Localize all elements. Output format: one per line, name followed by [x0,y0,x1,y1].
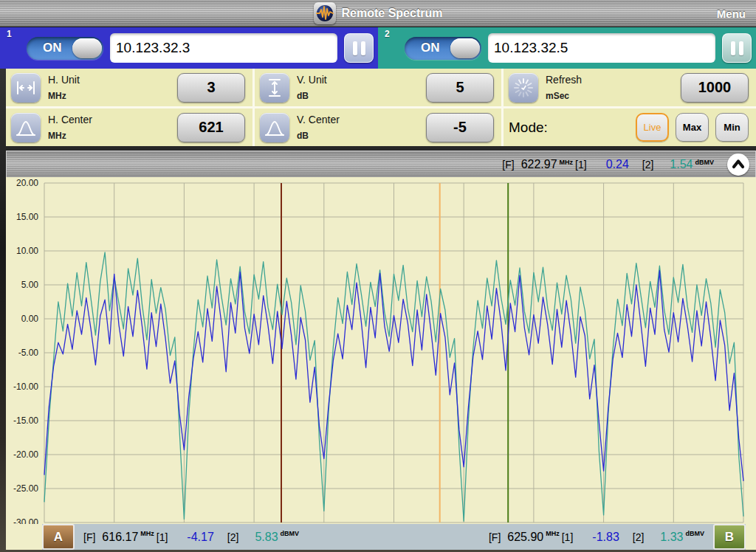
device-panel-2: 2 ON [378,27,756,69]
marker-a-button[interactable]: A [42,524,75,550]
cursor-readout: [F] 622.97 MHz [1] 0.24 [2] 1.54 dBMV [495,158,714,171]
chevron-up-icon [729,156,747,173]
svg-text:-10.00: -10.00 [13,382,38,392]
svg-text:5.00: 5.00 [21,280,39,290]
collapse-chart-button[interactable] [727,153,749,176]
bell-curve-icon [11,113,41,142]
refresh-labels: Refresh mSec [546,74,681,101]
horizontal-span-icon [11,73,41,103]
toggle-knob[interactable] [450,38,480,58]
settings-row-1: H. Unit MHz 3 V. Unit dB 5 [6,69,756,106]
title-bar: Remote Spectrum Menu [0,0,756,27]
v-center-label: V. Center [297,114,426,125]
mode-label: Mode: [509,120,548,136]
marker-b-ch1-value: -1.83 [592,531,619,544]
h-center-cell: H. Center MHz 621 [6,108,252,146]
svg-text:10.00: 10.00 [16,246,38,256]
marker-a-value-unit: dBMV [281,530,300,537]
marker-a-ch2-value: 5.83 [255,531,278,544]
device-2-ip-input[interactable] [488,33,715,63]
v-center-cell: V. Center dB -5 [255,108,501,146]
cursor-ch1-value: 0.24 [606,158,629,171]
marker-b-value-unit: dBMV [686,530,705,537]
spectrum-chart[interactable]: 20.0015.0010.005.000.00-5.00-10.00-15.00… [6,177,756,524]
v-center-labels: V. Center dB [297,114,426,141]
marker-a-ch1-value: -4.17 [187,531,213,544]
refresh-value-button[interactable]: 1000 [681,73,749,103]
svg-text:-15.00: -15.00 [13,415,38,426]
marker-b-button[interactable]: B [713,524,746,550]
v-center-unit: dB [297,131,426,141]
marker-b-readout: [F] 625.90 MHz [1] -1.83 [2] 1.33 dBMV [489,524,704,550]
svg-text:-30.00: -30.00 [13,517,38,524]
h-center-value-button[interactable]: 621 [177,113,245,142]
device-panel-1: 1 ON [0,27,378,69]
axis-gutter [6,524,42,550]
v-unit-cell: V. Unit dB 5 [255,69,501,106]
device-panels-row: 1 ON 2 ON [0,27,756,69]
spectrum-chart-panel: [F] 622.97 MHz [1] 0.24 [2] 1.54 dBMV 20… [6,151,756,524]
v-center-value-button[interactable]: -5 [426,113,494,142]
v-unit-label: V. Unit [297,74,426,86]
marker-b-ch1-label: [1] [562,531,574,543]
device-1-on-toggle[interactable]: ON [27,37,103,60]
toggle-on-label: ON [43,41,62,55]
pause-icon [361,41,365,55]
page-title: Remote Spectrum [342,7,443,20]
h-unit-value-button[interactable]: 3 [177,73,245,103]
refresh-label: Refresh [546,74,681,86]
h-unit-unit: MHz [48,91,177,101]
cursor-value-unit: dBMV [695,159,715,166]
refresh-unit: mSec [546,91,681,101]
h-center-labels: H. Center MHz [48,114,177,141]
mode-button-group: Live Max Min [636,113,749,142]
pause-icon [731,41,735,55]
cursor-f-label: [F] [502,159,514,170]
svg-text:0.00: 0.00 [21,314,39,324]
marker-b-frequency-unit: MHz [546,530,560,537]
marker-b-ch2-label: [2] [633,531,645,543]
marker-b-f-label: [F] [489,531,501,543]
app-title-group: Remote Spectrum [314,2,443,24]
h-center-label: H. Center [48,114,177,125]
spectrum-plot-area[interactable]: 20.0015.0010.005.000.00-5.00-10.00-15.00… [6,177,756,524]
toggle-on-label: ON [421,41,440,55]
device-1-ip-input[interactable] [110,33,337,63]
settings-grid: H. Unit MHz 3 V. Unit dB 5 [6,69,756,146]
v-unit-labels: V. Unit dB [297,74,426,101]
menu-button[interactable]: Menu [714,0,749,27]
mode-min-button[interactable]: Min [715,113,749,142]
bell-curve-icon [260,113,289,142]
device-1-pause-button[interactable] [344,33,374,63]
cursor-frequency-unit: MHz [560,159,574,166]
svg-text:-5.00: -5.00 [18,348,39,358]
mode-cell: Mode: Live Max Min [504,108,756,146]
chart-header-bar: [F] 622.97 MHz [1] 0.24 [2] 1.54 dBMV [6,151,756,177]
cursor-frequency: 622.97 [521,158,557,171]
h-unit-labels: H. Unit MHz [48,74,177,101]
h-unit-cell: H. Unit MHz 3 [6,69,252,106]
v-unit-unit: dB [297,91,426,101]
device-1-index-badge: 1 [7,29,12,39]
cursor-ch1-label: [1] [575,159,587,170]
svg-text:15.00: 15.00 [16,212,38,222]
toggle-knob[interactable] [72,38,102,58]
device-2-on-toggle[interactable]: ON [405,37,481,60]
cursor-ch2-label: [2] [642,159,654,170]
cursor-ch2-value: 1.54 [670,158,693,171]
mode-live-button[interactable]: Live [636,113,669,142]
marker-a-frequency: 616.17 [102,531,138,544]
svg-text:-25.00: -25.00 [13,483,38,494]
marker-a-f-label: [F] [83,531,95,543]
settings-row-2: H. Center MHz 621 V. Center dB -5 Mode: … [6,108,756,146]
pause-icon [739,41,743,55]
svg-text:-20.00: -20.00 [13,449,38,460]
device-2-pause-button[interactable] [722,33,752,63]
pause-icon [353,41,357,55]
marker-b-ch2-value: 1.33 [660,531,683,544]
mode-max-button[interactable]: Max [676,113,709,142]
v-unit-value-button[interactable]: 5 [426,73,494,103]
svg-text:20.00: 20.00 [16,178,38,188]
marker-a-ch2-label: [2] [227,531,239,543]
h-unit-label: H. Unit [48,74,177,86]
